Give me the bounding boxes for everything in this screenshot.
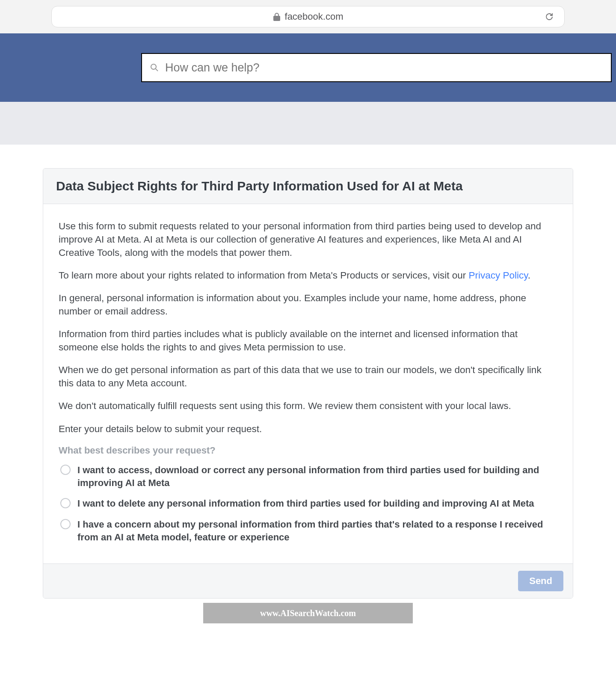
- radio-circle-icon: [60, 498, 71, 508]
- address-url: facebook.com: [285, 11, 344, 22]
- radio-label: I want to access, download or correct an…: [77, 464, 557, 490]
- gray-band: [0, 102, 616, 145]
- card-title: Data Subject Rights for Third Party Info…: [56, 179, 560, 193]
- content-wrap: Data Subject Rights for Third Party Info…: [0, 145, 616, 599]
- privacy-policy-link[interactable]: Privacy Policy: [468, 270, 527, 281]
- send-button[interactable]: Send: [518, 571, 563, 591]
- intro-p3: In general, personal information is info…: [59, 291, 557, 318]
- intro-p6: We don't automatically fulfill requests …: [59, 399, 557, 412]
- intro-p7: Enter your details below to submit your …: [59, 422, 557, 436]
- reload-icon[interactable]: [545, 12, 554, 21]
- intro-p2: To learn more about your rights related …: [59, 269, 557, 282]
- search-icon: [150, 63, 159, 72]
- address-bar[interactable]: facebook.com: [51, 6, 565, 27]
- card-header: Data Subject Rights for Third Party Info…: [43, 169, 573, 204]
- help-search-box[interactable]: [141, 53, 612, 82]
- radio-option-access[interactable]: I want to access, download or correct an…: [60, 464, 557, 490]
- lock-icon: [273, 12, 281, 21]
- card-footer: Send: [43, 563, 573, 598]
- facebook-header: [0, 33, 616, 102]
- intro-p1: Use this form to submit requests related…: [59, 219, 557, 259]
- browser-chrome: facebook.com: [0, 0, 616, 33]
- form-card: Data Subject Rights for Third Party Info…: [43, 168, 573, 599]
- card-body: Use this form to submit requests related…: [43, 204, 573, 563]
- watermark: www.AISearchWatch.com: [203, 603, 413, 623]
- radio-option-delete[interactable]: I want to delete any personal informatio…: [60, 497, 557, 510]
- radio-group: I want to access, download or correct an…: [59, 464, 557, 544]
- radio-label: I have a concern about my personal infor…: [77, 518, 557, 544]
- radio-option-concern[interactable]: I have a concern about my personal infor…: [60, 518, 557, 544]
- intro-p5: When we do get personal information as p…: [59, 363, 557, 390]
- intro-p4: Information from third parties includes …: [59, 327, 557, 354]
- radio-circle-icon: [60, 519, 71, 529]
- question-label: What best describes your request?: [59, 445, 557, 456]
- help-search-input[interactable]: [165, 61, 603, 74]
- radio-circle-icon: [60, 465, 71, 475]
- radio-label: I want to delete any personal informatio…: [77, 497, 534, 510]
